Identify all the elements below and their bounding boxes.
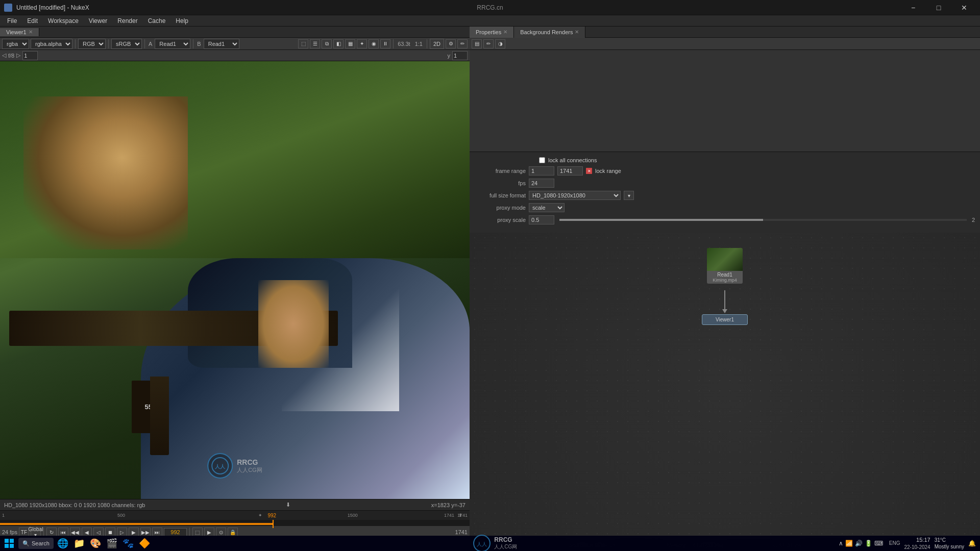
read1-node[interactable]: Read1 Kiming.mp4 bbox=[707, 248, 743, 284]
viewer1-node[interactable]: Viewer1 bbox=[702, 314, 748, 325]
timeline-track-area[interactable] bbox=[0, 520, 470, 526]
prop-icon-3[interactable]: ◑ bbox=[495, 39, 505, 48]
separator3 bbox=[144, 39, 145, 48]
menu-edit[interactable]: Edit bbox=[22, 16, 43, 26]
proxy-scale-slider[interactable] bbox=[559, 219, 967, 221]
menu-bar: File Edit Workspace Viewer Render Cache … bbox=[0, 15, 980, 27]
frame-range-end-input[interactable] bbox=[557, 166, 583, 176]
viewer-properties-section: lock all connections frame range ✕ lock … bbox=[470, 152, 980, 233]
properties-tab-label: Properties bbox=[476, 29, 501, 35]
keyboard-icon[interactable]: ⌨ bbox=[874, 540, 883, 547]
battery-icon[interactable]: 🔋 bbox=[865, 540, 872, 547]
separator5 bbox=[393, 39, 394, 48]
frame-number-input[interactable] bbox=[22, 51, 38, 60]
frame-range-start-input[interactable] bbox=[529, 166, 554, 176]
svg-rect-5 bbox=[10, 539, 14, 543]
network-icon[interactable]: 📶 bbox=[845, 540, 853, 547]
fps-display: 24 fps bbox=[2, 529, 17, 535]
viewer-icon-3[interactable]: ⧉ bbox=[322, 39, 332, 48]
frame-end-label: 1741 bbox=[444, 513, 454, 518]
temperature-text: 31°C bbox=[935, 537, 964, 543]
a-input-select[interactable]: Read1 bbox=[155, 39, 190, 49]
viewer-icon-pause[interactable]: ⏸ bbox=[380, 39, 390, 48]
language-display[interactable]: ENG bbox=[889, 540, 900, 546]
notification-icon[interactable]: 🔔 bbox=[968, 540, 976, 547]
full-size-format-select[interactable]: HD_1080·980x551 bbox=[529, 191, 621, 200]
proxy-mode-row: proxy mode scale bbox=[475, 203, 975, 212]
viewer-image-area: 556 人人 bbox=[0, 61, 470, 499]
viewer-icon-4[interactable]: ◧ bbox=[333, 39, 344, 48]
taskbar-app-5[interactable]: 🐾 bbox=[121, 536, 135, 550]
viewer1-tab-close[interactable]: ✕ bbox=[29, 29, 33, 35]
prev-frame-icon[interactable]: ◁ bbox=[2, 52, 6, 59]
background-renders-tab[interactable]: Background Renders ✕ bbox=[514, 27, 585, 38]
close-button[interactable]: ✕ bbox=[952, 0, 976, 15]
taskbar-app-1[interactable]: 🌐 bbox=[56, 536, 70, 550]
tray-icon-1[interactable]: ∧ bbox=[839, 540, 843, 547]
menu-cache[interactable]: Cache bbox=[143, 16, 171, 26]
timeline-numbers: 1 500 ✦ 992 1500 1741 1741 ⬆ bbox=[0, 511, 470, 520]
menu-workspace[interactable]: Workspace bbox=[43, 16, 84, 26]
prop-icon-2[interactable]: ✏ bbox=[483, 39, 494, 48]
channel-select[interactable]: rgba bbox=[2, 39, 29, 49]
b-input-select[interactable]: Read1 bbox=[204, 39, 239, 49]
lock-range-x-btn[interactable]: ✕ bbox=[586, 168, 592, 174]
frame-current-marker: ✦ bbox=[258, 513, 262, 518]
viewer-icon-6[interactable]: ✦ bbox=[357, 39, 367, 48]
format-options-btn[interactable]: ▾ bbox=[624, 191, 634, 200]
y-value-input[interactable] bbox=[452, 51, 468, 60]
taskbar-right: ∧ 📶 🔊 🔋 ⌨ ENG 15:17 22-10-2024 31°C Most… bbox=[839, 536, 980, 550]
taskbar-app-4[interactable]: 🎬 bbox=[105, 536, 119, 550]
separator6 bbox=[427, 39, 427, 48]
sound-icon[interactable]: 🔊 bbox=[855, 540, 863, 547]
search-bar[interactable]: 🔍 Search bbox=[18, 538, 54, 549]
menu-viewer[interactable]: Viewer bbox=[84, 16, 112, 26]
svg-rect-7 bbox=[10, 544, 14, 548]
settings-icon[interactable]: ⚙ bbox=[446, 39, 456, 48]
viewer-icon-1[interactable]: ⬚ bbox=[298, 39, 308, 48]
frame-500-label: 500 bbox=[117, 513, 125, 518]
read1-sublabel: Kiming.mp4 bbox=[709, 278, 741, 283]
viewer-icon-7[interactable]: ◉ bbox=[369, 39, 379, 48]
lock-connections-checkbox[interactable] bbox=[539, 157, 545, 163]
proxy-mode-select[interactable]: scale bbox=[529, 203, 565, 212]
properties-tab[interactable]: Properties ✕ bbox=[470, 27, 514, 38]
colorspace2-select[interactable]: sRGB bbox=[111, 39, 142, 49]
prop-icon-1[interactable]: ▤ bbox=[472, 39, 482, 48]
taskbar-app-3[interactable]: 🎨 bbox=[88, 536, 103, 550]
properties-tab-close[interactable]: ✕ bbox=[503, 29, 507, 35]
person-hair bbox=[23, 96, 188, 249]
viewer-icon-5[interactable]: ▦ bbox=[345, 39, 355, 48]
fps-value-input[interactable] bbox=[529, 179, 554, 188]
node-graph-area[interactable]: Read1 Kiming.mp4 Viewer1 bbox=[470, 233, 980, 540]
bg-renders-tab-close[interactable]: ✕ bbox=[575, 29, 579, 35]
viewport-info: HD_1080 980x551 bbox: 0 0 1920 1080 ch… bbox=[4, 502, 145, 508]
frame-1500-label: 1500 bbox=[348, 513, 358, 518]
minimize-button[interactable]: − bbox=[901, 0, 925, 15]
start-button[interactable] bbox=[2, 536, 16, 550]
current-frame-input[interactable] bbox=[164, 528, 187, 536]
proxy-scale-input[interactable] bbox=[529, 215, 554, 224]
y-label: y bbox=[448, 53, 451, 59]
svg-text:人人: 人人 bbox=[477, 541, 487, 547]
viewer-icon-2[interactable]: ☰ bbox=[310, 39, 320, 48]
svg-rect-6 bbox=[5, 544, 9, 548]
maximize-button[interactable]: □ bbox=[927, 0, 950, 15]
window-controls: − □ ✕ bbox=[901, 0, 976, 15]
tray-icons: ∧ 📶 🔊 🔋 ⌨ bbox=[839, 540, 883, 547]
taskbar-app-2[interactable]: 📁 bbox=[72, 536, 86, 550]
scroll-up-icon[interactable]: ⬆ bbox=[458, 513, 462, 518]
colorspace-select[interactable]: RGB bbox=[78, 39, 106, 49]
menu-file[interactable]: File bbox=[2, 16, 22, 26]
pencil-icon[interactable]: ✏ bbox=[457, 39, 468, 48]
hand-area bbox=[258, 280, 329, 368]
separator1 bbox=[75, 39, 76, 48]
view-mode-btn[interactable]: 2D bbox=[430, 39, 444, 49]
next-frame-icon[interactable]: ▷ bbox=[16, 52, 20, 59]
menu-render[interactable]: Render bbox=[112, 16, 142, 26]
taskbar-app-6[interactable]: 🔶 bbox=[137, 536, 152, 550]
alpha-select[interactable]: rgba.alpha bbox=[31, 39, 72, 49]
viewer1-tab[interactable]: Viewer1 ✕ bbox=[0, 28, 39, 36]
rrcg-sub: 人人CG网 bbox=[237, 466, 262, 474]
menu-help[interactable]: Help bbox=[170, 16, 193, 26]
